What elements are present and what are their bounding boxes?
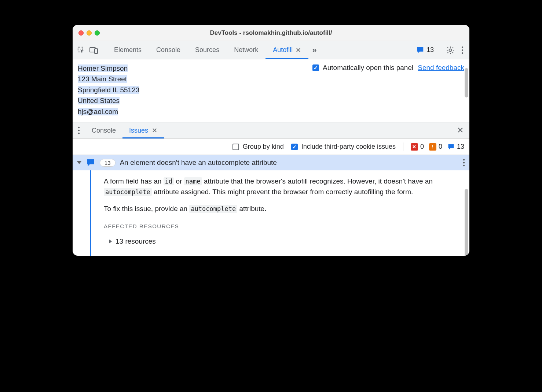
issue-description-1: A form field has an id or name attribute… — [104, 176, 455, 197]
drawer-tab-console[interactable]: Console — [85, 122, 122, 138]
issue-menu-icon[interactable] — [463, 159, 465, 167]
titlebar: DevTools - rsolomakhin.github.io/autofil… — [73, 25, 469, 41]
svg-point-11 — [463, 162, 465, 163]
kebab-menu-icon[interactable] — [461, 46, 464, 54]
issues-toolbar: Group by kind ✓ Include third-party cook… — [73, 139, 469, 155]
info-issue-icon — [86, 158, 95, 167]
more-tabs-icon[interactable]: » — [308, 41, 320, 59]
scrollbar[interactable] — [465, 189, 468, 256]
tab-elements[interactable]: Elements — [107, 41, 149, 59]
send-feedback-link[interactable]: Send feedback — [418, 64, 464, 72]
error-icon: ✕ — [411, 143, 418, 151]
divider — [403, 143, 403, 151]
auto-open-toggle[interactable]: ✓ Automatically open this panel — [312, 64, 413, 72]
svg-point-3 — [449, 49, 452, 51]
drawer-tab-issues[interactable]: Issues ✕ — [122, 122, 164, 138]
issue-description-2: To fix this issue, provide an autocomple… — [104, 204, 455, 214]
svg-point-5 — [462, 49, 463, 51]
tab-network[interactable]: Network — [227, 41, 265, 59]
main-toolbar: Elements Console Sources Network Autofil… — [73, 41, 469, 59]
issue-row-header[interactable]: 13 An element doesn't have an autocomple… — [73, 155, 469, 170]
minimize-window-icon[interactable] — [87, 30, 92, 36]
tab-sources[interactable]: Sources — [188, 41, 227, 59]
info-count[interactable]: 13 — [447, 143, 464, 151]
affected-resources-label: AFFECTED RESOURCES — [104, 222, 455, 231]
drawer-menu-icon[interactable] — [73, 126, 85, 134]
issue-title: An element doesn't have an autocomplete … — [120, 159, 277, 167]
svg-point-12 — [463, 165, 465, 166]
issues-counter[interactable]: 13 — [411, 41, 439, 59]
svg-point-8 — [78, 130, 80, 131]
autofill-address-preview: Homer Simpson 123 Main Street Springfiel… — [78, 63, 139, 117]
tab-console[interactable]: Console — [149, 41, 188, 59]
main-tabs: Elements Console Sources Network Autofil… — [103, 41, 405, 59]
group-by-kind-toggle[interactable]: Group by kind — [232, 143, 284, 151]
warning-count[interactable]: ! 0 — [429, 143, 442, 151]
close-tab-icon[interactable]: ✕ — [152, 126, 157, 134]
window-controls — [73, 30, 100, 36]
checkbox-icon: ✓ — [312, 64, 319, 71]
issue-counts: ✕ 0 ! 0 13 — [411, 143, 464, 151]
issue-body: A form field has an id or name attribute… — [73, 170, 469, 256]
chevron-down-icon — [77, 161, 81, 164]
error-count[interactable]: ✕ 0 — [411, 143, 424, 151]
chevron-right-icon — [109, 239, 112, 244]
scrollbar[interactable] — [465, 68, 468, 97]
svg-point-7 — [78, 127, 80, 128]
devtools-window: DevTools - rsolomakhin.github.io/autofil… — [73, 25, 469, 256]
autofill-panel: Homer Simpson 123 Main Street Springfiel… — [73, 59, 469, 122]
inspect-element-icon[interactable] — [77, 46, 85, 54]
device-toolbar-icon[interactable] — [89, 47, 98, 54]
close-window-icon[interactable] — [78, 30, 84, 36]
close-tab-icon[interactable]: ✕ — [296, 46, 301, 54]
drawer-toolbar: Console Issues ✕ ✕ — [73, 122, 469, 139]
zoom-window-icon[interactable] — [95, 30, 100, 36]
info-issue-icon — [447, 143, 455, 151]
window-title: DevTools - rsolomakhin.github.io/autofil… — [73, 29, 469, 37]
svg-point-9 — [78, 133, 80, 134]
close-drawer-icon[interactable]: ✕ — [451, 126, 469, 135]
svg-point-6 — [462, 52, 463, 53]
settings-gear-icon[interactable] — [446, 46, 455, 55]
issue-count-badge: 13 — [100, 159, 116, 167]
checkbox-icon: ✓ — [291, 144, 298, 150]
warning-icon: ! — [429, 143, 436, 151]
resources-toggle[interactable]: 13 resources — [104, 236, 455, 247]
svg-point-10 — [463, 159, 465, 160]
include-third-party-toggle[interactable]: ✓ Include third-party cookie issues — [291, 143, 396, 151]
svg-point-4 — [462, 46, 463, 48]
info-issue-icon — [416, 46, 424, 54]
checkbox-icon — [232, 144, 239, 150]
svg-rect-2 — [95, 49, 98, 53]
tab-autofill[interactable]: Autofill ✕ — [265, 41, 308, 59]
